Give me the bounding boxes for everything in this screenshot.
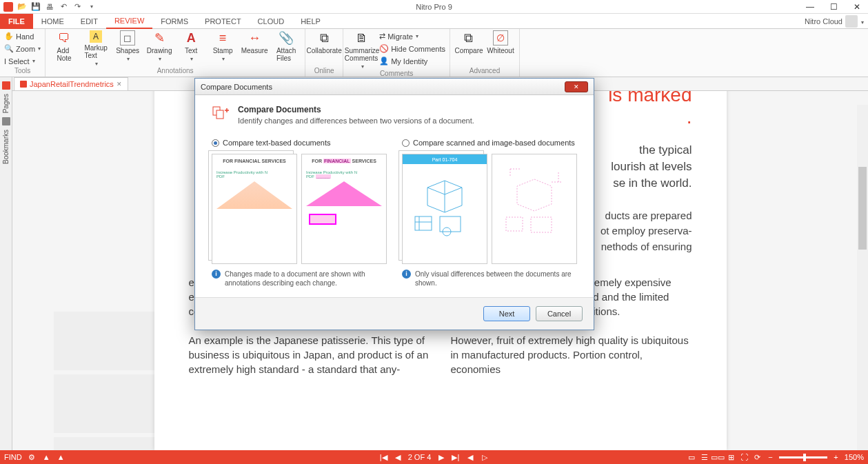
shapes-button[interactable]: ◻Shapes (113, 30, 142, 62)
maximize-button[interactable]: ☐ (825, 2, 842, 12)
summarize-comments-button[interactable]: 🗎Summarize Comments (347, 30, 376, 70)
prev-view-icon[interactable]: ◀ (465, 453, 474, 462)
stamp-button[interactable]: ≡Stamp (208, 30, 237, 62)
group-comments-label: Comments (347, 70, 445, 77)
group-annotations-label: Annotations (50, 67, 301, 75)
desc-scan: Only visual differences between the docu… (415, 270, 577, 288)
info-icon: i (212, 270, 221, 279)
user-menu-dropdown[interactable] (860, 17, 864, 26)
undo-icon[interactable]: ↶ (58, 1, 69, 12)
group-online-label: Online (310, 67, 339, 75)
next-button[interactable]: Next (483, 306, 530, 321)
hand-tool[interactable]: ✋Hand (4, 30, 41, 42)
app-logo-icon (3, 1, 14, 12)
tab-review[interactable]: REVIEW (106, 14, 152, 29)
next-page-icon[interactable]: ▶ (436, 453, 445, 462)
desc-text: Changes made to a document are shown wit… (225, 270, 387, 288)
side-panel-tabs: Pages Bookmarks (0, 77, 12, 450)
document-tab-close[interactable]: ✕ (117, 81, 122, 88)
view-facing-icon[interactable]: ▭▭ (714, 453, 723, 462)
group-tools-label: Tools (4, 67, 41, 75)
zoom-slider[interactable] (779, 456, 827, 458)
title-bar: 📂 💾 🖶 ↶ ↷ Nitro Pro 9 — ☐ ✕ (0, 0, 868, 14)
bookmarks-panel-icon[interactable] (2, 117, 10, 125)
save-icon[interactable]: 💾 (30, 1, 41, 12)
user-avatar-icon[interactable] (845, 15, 858, 28)
next-view-icon[interactable]: ▷ (480, 453, 489, 462)
redo-icon[interactable]: ↷ (72, 1, 83, 12)
nav-up-icon[interactable]: ▲ (42, 453, 51, 462)
ribbon: ✋Hand 🔍Zoom ISelect Tools 🗨Add Note AMar… (0, 29, 868, 77)
compare-icon (212, 105, 231, 124)
find-label[interactable]: FIND (4, 453, 22, 461)
tab-file[interactable]: FILE (0, 14, 33, 29)
drawing-button[interactable]: ✎Drawing (145, 30, 174, 62)
my-identity-button[interactable]: 👤My Identity (379, 55, 445, 67)
add-note-button[interactable]: 🗨Add Note (50, 30, 79, 62)
tab-home[interactable]: HOME (33, 14, 72, 29)
vertical-scrollbar[interactable] (857, 105, 868, 450)
close-window-button[interactable]: ✕ (849, 2, 865, 12)
zoom-level[interactable]: 150% (845, 453, 864, 461)
open-icon[interactable]: 📂 (17, 1, 28, 12)
text-button[interactable]: AText (176, 30, 205, 62)
measure-button[interactable]: ↔Measure (240, 30, 269, 54)
zoom-tool[interactable]: 🔍Zoom (4, 43, 41, 54)
attach-files-button[interactable]: 📎Attach Files (272, 30, 301, 62)
radio-text-based[interactable]: Compare text-based documents (212, 139, 387, 147)
dialog-title-text: Compare Documents (201, 83, 272, 91)
pdf-icon (20, 81, 27, 88)
page-sidebar-thumbs: ¥£$ (54, 312, 171, 450)
compare-documents-dialog: Compare Documents ✕ Compare Documents Id… (194, 78, 594, 330)
view-fullscreen-icon[interactable]: ⛶ (740, 453, 749, 462)
dialog-titlebar[interactable]: Compare Documents ✕ (195, 79, 594, 95)
view-continuous-icon[interactable]: ☰ (700, 453, 709, 462)
thumb-placeholder (54, 374, 171, 433)
minimize-button[interactable]: — (802, 2, 818, 12)
markup-text-button[interactable]: AMarkup Text (81, 30, 110, 67)
side-tab-pages[interactable]: Pages (2, 94, 10, 113)
cancel-button[interactable]: Cancel (536, 306, 583, 321)
svg-rect-8 (531, 217, 552, 232)
migrate-button[interactable]: ⇄Migrate (379, 30, 445, 42)
menu-bar: FILE HOME EDIT REVIEW FORMS PROTECT CLOU… (0, 14, 868, 29)
thumb-placeholder (54, 312, 171, 370)
radio-icon (212, 139, 219, 147)
col1-p2: An example is the Japanese patisserie. T… (189, 333, 430, 376)
prev-page-icon[interactable]: ◀ (394, 453, 403, 462)
hide-comments-button[interactable]: 🚫Hide Comments (379, 43, 445, 54)
zoom-out-icon[interactable]: − (766, 453, 775, 462)
side-tab-bookmarks[interactable]: Bookmarks (2, 130, 10, 164)
tab-forms[interactable]: FORMS (152, 14, 196, 29)
collaborate-button[interactable]: ⧉Collaborate (310, 30, 339, 54)
radio-icon (402, 139, 410, 147)
radio-scanned[interactable]: Compare scanned and image-based document… (402, 139, 577, 147)
print-icon[interactable]: 🖶 (44, 1, 55, 12)
nav-down-icon[interactable]: ▲ (57, 453, 65, 462)
whiteout-button[interactable]: ∅Whiteout (486, 30, 515, 54)
qat-more-icon[interactable] (85, 1, 97, 12)
dialog-close-button[interactable]: ✕ (565, 81, 588, 92)
view-single-icon[interactable]: ▭ (687, 453, 696, 462)
document-tab[interactable]: JapanRetailTrendmetrics ✕ (14, 77, 128, 90)
group-advanced-label: Advanced (454, 67, 515, 75)
svg-rect-3 (216, 110, 223, 119)
tab-help[interactable]: HELP (292, 14, 329, 29)
last-page-icon[interactable]: ▶| (451, 453, 460, 462)
tab-cloud[interactable]: CLOUD (250, 14, 293, 29)
tab-protect[interactable]: PROTECT (196, 14, 250, 29)
quick-access-toolbar: 📂 💾 🖶 ↶ ↷ (3, 1, 97, 12)
dialog-subheading: Identify changes and differences between… (238, 117, 474, 125)
pages-panel-icon[interactable] (2, 81, 10, 90)
select-tool[interactable]: ISelect (4, 55, 41, 67)
first-page-icon[interactable]: |◀ (379, 453, 388, 462)
tab-edit[interactable]: EDIT (72, 14, 106, 29)
view-cont-facing-icon[interactable]: ⊞ (727, 453, 736, 462)
compare-button[interactable]: ⧉Compare (454, 30, 483, 54)
preview-scan-right (492, 154, 577, 264)
zoom-in-icon[interactable]: + (831, 453, 840, 462)
preview-changed: FOR FINANCIAL SERVICES Increase Producti… (301, 154, 387, 264)
rotate-icon[interactable]: ⟳ (753, 453, 762, 462)
nitro-cloud-link[interactable]: Nitro Cloud (805, 17, 842, 26)
settings-icon[interactable]: ⚙ (28, 453, 37, 462)
